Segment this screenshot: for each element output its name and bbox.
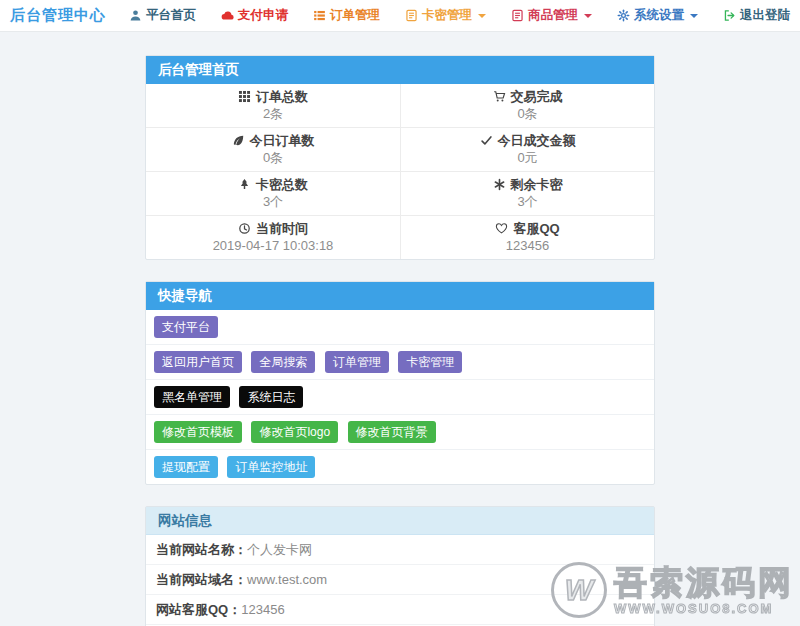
caret-down-icon bbox=[690, 14, 698, 18]
cart-icon bbox=[493, 90, 506, 103]
site-qq-row: 网站客服QQ： 123456 bbox=[146, 594, 654, 624]
system-log-button[interactable]: 系统日志 bbox=[239, 386, 303, 408]
asterisk-icon bbox=[493, 178, 506, 191]
nav-item-goods-manage[interactable]: 商品管理 bbox=[511, 7, 592, 24]
quick-nav-row: 返回用户首页 全局搜索 订单管理 卡密管理 bbox=[146, 344, 654, 379]
edit-home-background-button[interactable]: 修改首页背景 bbox=[348, 421, 436, 443]
check-icon bbox=[480, 134, 493, 147]
stat-today-amount: 今日成交金额 0元 bbox=[400, 128, 654, 171]
main-content: 后台管理首页 订单总数 2条 交易完成 0条 今 bbox=[145, 55, 655, 626]
edit-home-logo-button[interactable]: 修改首页logo bbox=[251, 421, 338, 443]
top-navbar: 后台管理中心 平台首页 支付申请 订单管理 卡密管理 bbox=[0, 0, 800, 32]
stat-service-qq: 客服QQ 123456 bbox=[400, 216, 654, 259]
site-name-label: 当前网站名称： bbox=[156, 541, 247, 558]
site-info-panel-title: 网站信息 bbox=[146, 507, 654, 535]
dashboard-panel-title: 后台管理首页 bbox=[146, 56, 654, 84]
stat-completed-trades: 交易完成 0条 bbox=[400, 84, 654, 127]
signout-icon bbox=[723, 9, 736, 22]
edit-home-template-button[interactable]: 修改首页模板 bbox=[154, 421, 242, 443]
card-key-manage-button[interactable]: 卡密管理 bbox=[398, 351, 462, 373]
stat-value: 0元 bbox=[401, 150, 654, 166]
stat-total-orders: 订单总数 2条 bbox=[146, 84, 400, 127]
site-domain-label: 当前网站域名： bbox=[156, 571, 247, 588]
clock-icon bbox=[238, 222, 251, 235]
caret-down-icon bbox=[584, 14, 592, 18]
site-name-row: 当前网站名称： 个人发卡网 bbox=[146, 535, 654, 564]
list-icon bbox=[313, 9, 326, 22]
back-to-user-home-button[interactable]: 返回用户首页 bbox=[154, 351, 242, 373]
stat-today-orders: 今日订单数 0条 bbox=[146, 128, 400, 171]
site-name-value: 个人发卡网 bbox=[247, 541, 312, 558]
nav-item-logout[interactable]: 退出登陆 bbox=[723, 7, 790, 24]
stat-row: 订单总数 2条 交易完成 0条 bbox=[146, 84, 654, 127]
nav-item-platform-home[interactable]: 平台首页 bbox=[129, 7, 196, 24]
app-title[interactable]: 后台管理中心 bbox=[10, 6, 106, 25]
stat-value: 123456 bbox=[401, 238, 654, 254]
nav-item-payment-apply[interactable]: 支付申请 bbox=[221, 7, 288, 24]
stat-row: 当前时间 2019-04-17 10:03:18 客服QQ 123456 bbox=[146, 215, 654, 259]
nav-item-system-settings[interactable]: 系统设置 bbox=[617, 7, 698, 24]
stat-remaining-cards: 剩余卡密 3个 bbox=[400, 172, 654, 215]
quick-nav-row: 黑名单管理 系统日志 bbox=[146, 379, 654, 414]
blacklist-manage-button[interactable]: 黑名单管理 bbox=[154, 386, 230, 408]
site-info-panel: 网站信息 当前网站名称： 个人发卡网 当前网站域名： www.test.com … bbox=[145, 506, 655, 626]
order-manage-button[interactable]: 订单管理 bbox=[325, 351, 389, 373]
caret-down-icon bbox=[478, 14, 486, 18]
stat-value: 2条 bbox=[146, 106, 400, 122]
stat-total-cards: 卡密总数 3个 bbox=[146, 172, 400, 215]
withdraw-config-button[interactable]: 提现配置 bbox=[154, 456, 218, 478]
stat-value: 2019-04-17 10:03:18 bbox=[146, 238, 400, 254]
stat-value: 3个 bbox=[401, 194, 654, 210]
site-qq-label: 网站客服QQ： bbox=[156, 601, 241, 618]
nav-item-card-key-manage[interactable]: 卡密管理 bbox=[405, 7, 486, 24]
stat-current-time: 当前时间 2019-04-17 10:03:18 bbox=[146, 216, 400, 259]
cloud-icon bbox=[221, 9, 234, 22]
site-qq-value: 123456 bbox=[241, 601, 284, 618]
stat-row: 卡密总数 3个 剩余卡密 3个 bbox=[146, 171, 654, 215]
main-nav: 平台首页 支付申请 订单管理 卡密管理 商品管理 bbox=[129, 7, 790, 24]
leaf-icon bbox=[232, 134, 245, 147]
stat-value: 3个 bbox=[146, 194, 400, 210]
stat-row: 今日订单数 0条 今日成交金额 0元 bbox=[146, 127, 654, 171]
site-domain-row: 当前网站域名： www.test.com bbox=[146, 564, 654, 594]
user-icon bbox=[129, 9, 142, 22]
quick-nav-row: 支付平台 bbox=[146, 310, 654, 344]
global-search-button[interactable]: 全局搜索 bbox=[251, 351, 315, 373]
pay-platform-button[interactable]: 支付平台 bbox=[154, 316, 218, 338]
heart-icon bbox=[495, 222, 508, 235]
gear-icon bbox=[617, 9, 630, 22]
dashboard-panel: 后台管理首页 订单总数 2条 交易完成 0条 今 bbox=[145, 55, 655, 260]
stat-value: 0条 bbox=[401, 106, 654, 122]
order-monitor-url-button[interactable]: 订单监控地址 bbox=[227, 456, 315, 478]
card-book-icon bbox=[405, 9, 418, 22]
quick-nav-panel: 快捷导航 支付平台 返回用户首页 全局搜索 订单管理 卡密管理 黑名单管理 系统… bbox=[145, 281, 655, 485]
tree-icon bbox=[238, 178, 251, 191]
quick-nav-panel-title: 快捷导航 bbox=[146, 282, 654, 310]
quick-nav-row: 修改首页模板 修改首页logo 修改首页背景 bbox=[146, 414, 654, 449]
goods-book-icon bbox=[511, 9, 524, 22]
grid-icon bbox=[238, 90, 251, 103]
site-domain-value: www.test.com bbox=[247, 571, 327, 588]
quick-nav-row: 提现配置 订单监控地址 bbox=[146, 449, 654, 484]
nav-item-order-manage[interactable]: 订单管理 bbox=[313, 7, 380, 24]
stat-value: 0条 bbox=[146, 150, 400, 166]
